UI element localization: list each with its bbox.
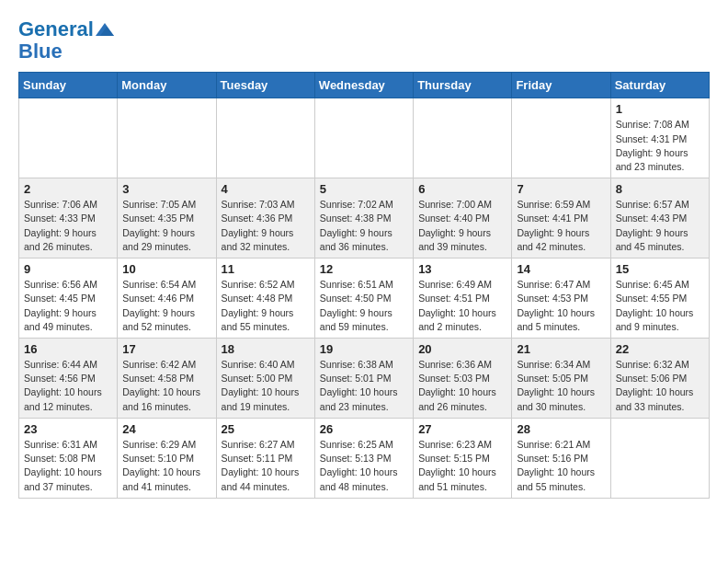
day-number: 26 bbox=[320, 422, 408, 436]
day-number: 10 bbox=[122, 262, 210, 276]
day-number: 23 bbox=[24, 422, 112, 436]
day-number: 27 bbox=[418, 422, 506, 436]
day-number: 15 bbox=[616, 262, 704, 276]
calendar-cell: 26Sunrise: 6:25 AM Sunset: 5:13 PM Dayli… bbox=[314, 418, 413, 498]
day-number: 22 bbox=[616, 342, 704, 356]
calendar: SundayMondayTuesdayWednesdayThursdayFrid… bbox=[18, 72, 710, 498]
day-number: 13 bbox=[418, 262, 506, 276]
day-number: 25 bbox=[222, 422, 310, 436]
calendar-cell: 24Sunrise: 6:29 AM Sunset: 5:10 PM Dayli… bbox=[118, 418, 216, 498]
day-info: Sunrise: 7:06 AM Sunset: 4:33 PM Dayligh… bbox=[24, 198, 112, 254]
calendar-cell: 15Sunrise: 6:45 AM Sunset: 4:55 PM Dayli… bbox=[610, 259, 709, 339]
calendar-header-wednesday: Wednesday bbox=[314, 73, 413, 98]
logo-blue: Blue bbox=[18, 40, 63, 63]
calendar-cell: 10Sunrise: 6:54 AM Sunset: 4:46 PM Dayli… bbox=[118, 259, 216, 339]
day-info: Sunrise: 6:32 AM Sunset: 5:06 PM Dayligh… bbox=[616, 358, 704, 414]
day-info: Sunrise: 6:57 AM Sunset: 4:43 PM Dayligh… bbox=[616, 198, 704, 254]
day-info: Sunrise: 6:38 AM Sunset: 5:01 PM Dayligh… bbox=[320, 358, 408, 414]
day-info: Sunrise: 7:00 AM Sunset: 4:40 PM Dayligh… bbox=[418, 198, 506, 254]
calendar-header-row: SundayMondayTuesdayWednesdayThursdayFrid… bbox=[19, 73, 710, 98]
day-number: 6 bbox=[418, 182, 506, 196]
calendar-cell bbox=[414, 98, 512, 178]
calendar-header-monday: Monday bbox=[118, 73, 216, 98]
day-number: 1 bbox=[616, 102, 704, 116]
logo: General Blue bbox=[18, 18, 114, 63]
day-info: Sunrise: 6:31 AM Sunset: 5:08 PM Dayligh… bbox=[24, 438, 112, 494]
day-info: Sunrise: 6:36 AM Sunset: 5:03 PM Dayligh… bbox=[418, 358, 506, 414]
logo-general: General bbox=[18, 17, 94, 40]
calendar-cell bbox=[216, 98, 314, 178]
calendar-cell: 8Sunrise: 6:57 AM Sunset: 4:43 PM Daylig… bbox=[610, 178, 709, 259]
day-number: 20 bbox=[418, 342, 506, 356]
day-info: Sunrise: 7:08 AM Sunset: 4:31 PM Dayligh… bbox=[616, 118, 704, 174]
calendar-cell: 12Sunrise: 6:51 AM Sunset: 4:50 PM Dayli… bbox=[314, 259, 413, 339]
calendar-header-tuesday: Tuesday bbox=[216, 73, 314, 98]
day-info: Sunrise: 6:59 AM Sunset: 4:41 PM Dayligh… bbox=[517, 198, 605, 254]
calendar-cell: 21Sunrise: 6:34 AM Sunset: 5:05 PM Dayli… bbox=[512, 339, 610, 419]
calendar-cell: 20Sunrise: 6:36 AM Sunset: 5:03 PM Dayli… bbox=[414, 339, 512, 419]
calendar-header-saturday: Saturday bbox=[610, 73, 709, 98]
calendar-cell bbox=[610, 418, 709, 498]
calendar-cell: 25Sunrise: 6:27 AM Sunset: 5:11 PM Dayli… bbox=[216, 418, 314, 498]
calendar-cell: 22Sunrise: 6:32 AM Sunset: 5:06 PM Dayli… bbox=[610, 339, 709, 419]
day-info: Sunrise: 6:23 AM Sunset: 5:15 PM Dayligh… bbox=[418, 438, 506, 494]
calendar-cell: 9Sunrise: 6:56 AM Sunset: 4:45 PM Daylig… bbox=[19, 259, 118, 339]
calendar-cell: 7Sunrise: 6:59 AM Sunset: 4:41 PM Daylig… bbox=[512, 178, 610, 259]
calendar-header-thursday: Thursday bbox=[414, 73, 512, 98]
calendar-cell: 6Sunrise: 7:00 AM Sunset: 4:40 PM Daylig… bbox=[414, 178, 512, 259]
day-info: Sunrise: 7:02 AM Sunset: 4:38 PM Dayligh… bbox=[320, 198, 408, 254]
day-number: 18 bbox=[222, 342, 310, 356]
day-number: 16 bbox=[24, 342, 112, 356]
calendar-cell: 11Sunrise: 6:52 AM Sunset: 4:48 PM Dayli… bbox=[216, 259, 314, 339]
calendar-cell: 16Sunrise: 6:44 AM Sunset: 4:56 PM Dayli… bbox=[19, 339, 118, 419]
day-info: Sunrise: 6:54 AM Sunset: 4:46 PM Dayligh… bbox=[122, 278, 210, 334]
day-info: Sunrise: 6:56 AM Sunset: 4:45 PM Dayligh… bbox=[24, 278, 112, 334]
day-number: 8 bbox=[616, 182, 704, 196]
calendar-cell bbox=[118, 98, 216, 178]
calendar-cell: 23Sunrise: 6:31 AM Sunset: 5:08 PM Dayli… bbox=[19, 418, 118, 498]
day-info: Sunrise: 6:42 AM Sunset: 4:58 PM Dayligh… bbox=[122, 358, 210, 414]
day-number: 28 bbox=[517, 422, 605, 436]
calendar-cell: 1Sunrise: 7:08 AM Sunset: 4:31 PM Daylig… bbox=[610, 98, 709, 178]
calendar-cell bbox=[512, 98, 610, 178]
calendar-header-sunday: Sunday bbox=[19, 73, 118, 98]
calendar-week-row: 23Sunrise: 6:31 AM Sunset: 5:08 PM Dayli… bbox=[19, 418, 710, 498]
calendar-week-row: 1Sunrise: 7:08 AM Sunset: 4:31 PM Daylig… bbox=[19, 98, 710, 178]
calendar-cell: 19Sunrise: 6:38 AM Sunset: 5:01 PM Dayli… bbox=[314, 339, 413, 419]
day-number: 14 bbox=[517, 262, 605, 276]
calendar-cell: 5Sunrise: 7:02 AM Sunset: 4:38 PM Daylig… bbox=[314, 178, 413, 259]
calendar-cell bbox=[19, 98, 118, 178]
day-info: Sunrise: 6:25 AM Sunset: 5:13 PM Dayligh… bbox=[320, 438, 408, 494]
day-info: Sunrise: 6:21 AM Sunset: 5:16 PM Dayligh… bbox=[517, 438, 605, 494]
calendar-cell: 27Sunrise: 6:23 AM Sunset: 5:15 PM Dayli… bbox=[414, 418, 512, 498]
calendar-week-row: 2Sunrise: 7:06 AM Sunset: 4:33 PM Daylig… bbox=[19, 178, 710, 259]
day-info: Sunrise: 7:05 AM Sunset: 4:35 PM Dayligh… bbox=[122, 198, 210, 254]
calendar-week-row: 16Sunrise: 6:44 AM Sunset: 4:56 PM Dayli… bbox=[19, 339, 710, 419]
calendar-cell: 18Sunrise: 6:40 AM Sunset: 5:00 PM Dayli… bbox=[216, 339, 314, 419]
day-info: Sunrise: 6:51 AM Sunset: 4:50 PM Dayligh… bbox=[320, 278, 408, 334]
calendar-cell bbox=[314, 98, 413, 178]
day-number: 4 bbox=[222, 182, 310, 196]
page-header: General Blue bbox=[18, 18, 710, 63]
day-info: Sunrise: 6:44 AM Sunset: 4:56 PM Dayligh… bbox=[24, 358, 112, 414]
calendar-header-friday: Friday bbox=[512, 73, 610, 98]
calendar-cell: 17Sunrise: 6:42 AM Sunset: 4:58 PM Dayli… bbox=[118, 339, 216, 419]
logo-icon bbox=[96, 23, 114, 36]
calendar-cell: 3Sunrise: 7:05 AM Sunset: 4:35 PM Daylig… bbox=[118, 178, 216, 259]
calendar-cell: 14Sunrise: 6:47 AM Sunset: 4:53 PM Dayli… bbox=[512, 259, 610, 339]
day-info: Sunrise: 6:49 AM Sunset: 4:51 PM Dayligh… bbox=[418, 278, 506, 334]
calendar-cell: 4Sunrise: 7:03 AM Sunset: 4:36 PM Daylig… bbox=[216, 178, 314, 259]
day-number: 9 bbox=[24, 262, 112, 276]
day-info: Sunrise: 6:52 AM Sunset: 4:48 PM Dayligh… bbox=[222, 278, 310, 334]
day-number: 19 bbox=[320, 342, 408, 356]
day-info: Sunrise: 6:27 AM Sunset: 5:11 PM Dayligh… bbox=[222, 438, 310, 494]
day-number: 11 bbox=[222, 262, 310, 276]
day-number: 5 bbox=[320, 182, 408, 196]
day-info: Sunrise: 6:34 AM Sunset: 5:05 PM Dayligh… bbox=[517, 358, 605, 414]
calendar-cell: 2Sunrise: 7:06 AM Sunset: 4:33 PM Daylig… bbox=[19, 178, 118, 259]
day-info: Sunrise: 6:29 AM Sunset: 5:10 PM Dayligh… bbox=[122, 438, 210, 494]
calendar-week-row: 9Sunrise: 6:56 AM Sunset: 4:45 PM Daylig… bbox=[19, 259, 710, 339]
day-number: 7 bbox=[517, 182, 605, 196]
day-info: Sunrise: 7:03 AM Sunset: 4:36 PM Dayligh… bbox=[222, 198, 310, 254]
day-info: Sunrise: 6:40 AM Sunset: 5:00 PM Dayligh… bbox=[222, 358, 310, 414]
